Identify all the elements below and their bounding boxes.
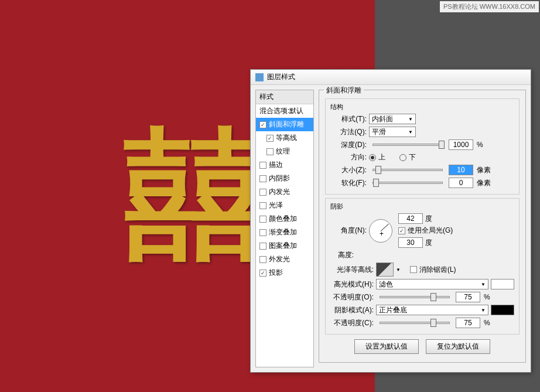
stroke-checkbox[interactable] [259,162,266,169]
watermark-label: PS教程论坛 WWW.16XX8.COM [440,1,539,12]
depth-label: 深度(D): [330,140,367,150]
gradient-overlay-item[interactable]: 渐变叠加 [256,226,313,239]
satin-item[interactable]: 光泽 [256,199,313,212]
color-overlay-checkbox[interactable] [259,216,266,223]
gloss-contour-picker[interactable] [376,263,394,277]
texture-checkbox[interactable] [266,148,274,155]
shadow-color-swatch[interactable] [491,305,514,315]
texture-item[interactable]: 纹理 [256,145,313,158]
antialias-label: 消除锯齿(L) [419,265,456,275]
angle-input[interactable]: 42 [398,213,423,224]
structure-legend: 结构 [330,103,514,111]
gloss-label: 光泽等高线: [330,265,374,275]
soften-unit: 像素 [477,178,491,188]
highlight-opacity-label: 不透明度(O): [330,292,374,302]
shadow-mode-label: 阴影模式(A): [330,305,374,315]
chevron-down-icon: ▼ [481,282,486,287]
shading-group: 阴影 角度(N): + 42 度 [325,198,520,335]
color-overlay-item[interactable]: 颜色叠加 [256,212,313,226]
styles-sidebar: 样式 混合选项:默认 斜面和浮雕 等高线 纹理 描边 内阴影 [255,90,314,367]
size-label: 大小(Z): [330,165,367,175]
soften-input[interactable]: 0 [449,178,473,188]
dialog-titlebar[interactable]: 图层样式 [251,70,531,85]
direction-label: 方向: [330,152,367,162]
method-label: 方法(Q): [330,127,367,137]
settings-content: 斜面和浮雕 结构 样式(T): 内斜面 ▼ 方法(Q): 平滑 [319,90,526,367]
angle-dial[interactable]: + [369,219,392,243]
inner-glow-item[interactable]: 内发光 [256,185,313,199]
bevel-legend: 斜面和浮雕 [324,86,364,96]
chevron-down-icon[interactable]: ▼ [396,267,401,272]
depth-input[interactable]: 1000 [449,139,473,150]
size-unit: 像素 [477,165,491,175]
direction-up-radio[interactable] [369,154,376,161]
depth-slider[interactable] [372,144,443,146]
highlight-opacity-unit: % [484,293,490,301]
bevel-emboss-item[interactable]: 斜面和浮雕 [256,118,313,131]
chevron-down-icon: ▼ [481,308,486,313]
angle-unit: 度 [425,214,432,224]
inner-glow-checkbox[interactable] [259,189,266,196]
drop-shadow-item[interactable]: 投影 [256,266,313,279]
global-light-checkbox[interactable] [398,227,405,234]
altitude-label: 高度: [330,250,354,260]
altitude-unit: 度 [425,238,432,248]
dialog-title: 图层样式 [267,72,295,82]
soften-label: 软化(F): [330,178,367,188]
make-default-button[interactable]: 设置为默认值 [354,339,419,354]
altitude-input[interactable]: 30 [398,237,423,248]
size-input[interactable]: 10 [449,165,473,175]
up-label: 上 [378,152,385,162]
highlight-mode-label: 高光模式(H): [330,279,374,289]
bevel-checkbox[interactable] [259,121,266,128]
layer-style-dialog: 图层样式 样式 混合选项:默认 斜面和浮雕 等高线 纹理 描边 [250,69,531,373]
drop-shadow-checkbox[interactable] [259,270,266,277]
outer-glow-item[interactable]: 外发光 [256,253,313,266]
shadow-opacity-label: 不透明度(C): [330,318,374,328]
method-dropdown[interactable]: 平滑 ▼ [369,127,416,137]
inner-shadow-checkbox[interactable] [259,175,266,182]
highlight-opacity-slider[interactable] [380,296,450,298]
highlight-mode-dropdown[interactable]: 滤色 ▼ [376,279,488,289]
depth-unit: % [477,141,483,149]
app-icon [255,73,264,81]
bevel-fieldset: 斜面和浮雕 结构 样式(T): 内斜面 ▼ 方法(Q): 平滑 [319,90,526,363]
structure-group: 结构 样式(T): 内斜面 ▼ 方法(Q): 平滑 ▼ [325,98,520,195]
reset-default-button[interactable]: 复位为默认值 [426,339,490,354]
pattern-overlay-checkbox[interactable] [259,243,266,250]
soften-slider[interactable] [372,182,443,184]
contour-item[interactable]: 等高线 [256,131,313,145]
satin-checkbox[interactable] [259,202,266,209]
shadow-opacity-unit: % [484,319,490,327]
style-label: 样式(T): [330,114,367,124]
inner-shadow-item[interactable]: 内阴影 [256,172,313,185]
chevron-down-icon: ▼ [408,117,413,122]
canvas-golden-text: 囍 [123,101,252,291]
shadow-opacity-input[interactable]: 75 [456,318,480,328]
sidebar-header: 样式 [256,90,313,104]
angle-label: 角度(N): [330,226,367,236]
shading-legend: 阴影 [330,202,514,211]
stroke-item[interactable]: 描边 [256,158,313,172]
highlight-color-swatch[interactable] [491,279,514,289]
style-dropdown[interactable]: 内斜面 ▼ [369,114,416,124]
highlight-opacity-input[interactable]: 75 [456,292,480,302]
down-label: 下 [409,152,416,162]
shadow-opacity-slider[interactable] [380,322,450,324]
antialias-checkbox[interactable] [410,266,417,273]
outer-glow-checkbox[interactable] [259,256,266,263]
blend-options-item[interactable]: 混合选项:默认 [256,104,313,118]
gradient-overlay-checkbox[interactable] [259,229,266,236]
size-slider[interactable] [372,169,443,171]
chevron-down-icon: ▼ [408,129,413,135]
pattern-overlay-item[interactable]: 图案叠加 [256,239,313,253]
global-light-label: 使用全局光(G) [408,226,453,236]
shadow-mode-dropdown[interactable]: 正片叠底 ▼ [376,305,488,315]
direction-down-radio[interactable] [399,154,406,161]
contour-checkbox[interactable] [266,135,274,142]
